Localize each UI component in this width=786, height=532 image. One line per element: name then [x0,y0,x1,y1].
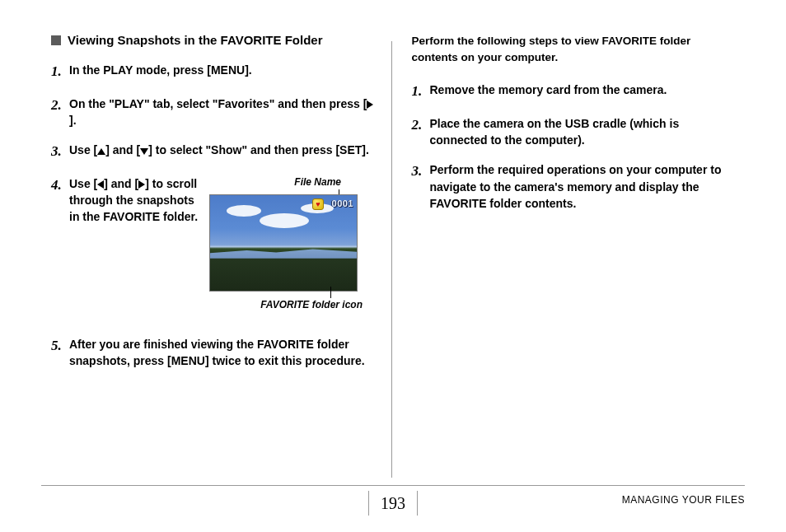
step-text: After you are finished viewing the FAVOR… [69,336,375,370]
leader-line-icon [330,287,331,298]
step-number: 1. [412,82,430,102]
intro-text: Perform the following steps to view FAVO… [412,33,736,65]
favorite-folder-icon [312,198,324,210]
file-number: 0001 [332,198,353,211]
page-footer: 193 MANAGING YOUR FILES [41,485,745,517]
step-1: 1. In the PLAY mode, press [MENU]. [51,62,375,82]
cloud-icon [227,205,261,217]
section-heading: Viewing Snapshots in the FAVORITE Folder [51,33,375,47]
step-number: 4. [51,175,69,313]
step-text: On the "PLAY" tab, select "Favorites" an… [69,96,375,129]
step-text: Remove the memory card from the camera. [430,82,736,102]
step-3: 3. Perform the required operations on yo… [412,161,736,212]
step-text: Place the camera on the USB cradle (whic… [430,115,736,149]
triangle-right-icon [367,100,373,109]
step-text: Use [] and [] to select "Show" and then … [69,142,375,162]
footer-rule [41,485,745,486]
step-number: 5. [51,336,69,370]
page-number: 193 [368,491,418,516]
snapshot-thumbnail: 0001 [209,194,358,292]
triangle-up-icon [97,148,105,155]
step-4: 4. Use [] and [] to scroll through the s… [51,175,375,313]
caption-favorite-icon: FAVORITE folder icon [209,298,366,312]
section-label: MANAGING YOUR FILES [622,494,745,506]
right-steps: 1. Remove the memory card from the camer… [412,82,736,212]
right-column: Perform the following steps to view FAVO… [392,33,746,461]
thumbnail-wrap: 0001 [209,194,366,292]
page-content: Viewing Snapshots in the FAVORITE Folder… [0,0,786,461]
triangle-down-icon [140,148,148,155]
step-number: 3. [412,161,430,212]
step-text: In the PLAY mode, press [MENU]. [69,62,375,82]
step-1: 1. Remove the memory card from the camer… [412,82,736,102]
step-number: 3. [51,142,69,162]
step-2: 2. On the "PLAY" tab, select "Favorites"… [51,96,375,129]
step-5: 5. After you are finished viewing the FA… [51,336,375,370]
step-number: 2. [51,96,69,129]
heading-text: Viewing Snapshots in the FAVORITE Folder [68,33,322,47]
left-steps: 1. In the PLAY mode, press [MENU]. 2. On… [51,62,375,369]
snapshot-figure: File Name 0001 FAV [209,175,366,313]
cloud-icon [260,213,309,228]
step-number: 2. [412,115,430,149]
square-bullet-icon [51,35,61,45]
step-text: Use [] and [] to scroll through the snap… [69,175,375,313]
caption-file-name: File Name [209,175,366,189]
left-column: Viewing Snapshots in the FAVORITE Folder… [41,33,391,461]
step-number: 1. [51,62,69,82]
step-2: 2. Place the camera on the USB cradle (w… [412,115,736,149]
step-3: 3. Use [] and [] to select "Show" and th… [51,142,375,162]
step-text: Perform the required operations on your … [430,161,736,212]
